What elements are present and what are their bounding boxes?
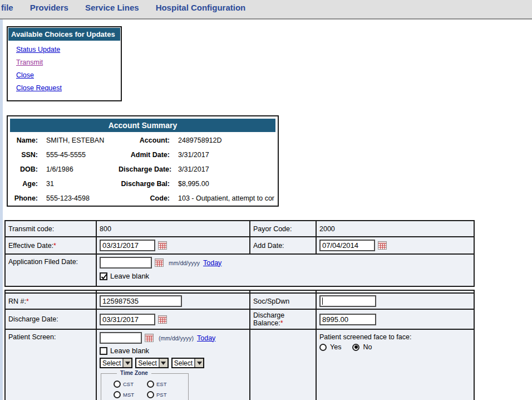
summary-label-age: Age: — [13, 180, 38, 188]
face-to-face-label: Patient screened face to face: — [319, 333, 471, 341]
face-to-face-yes-label: Yes — [330, 343, 341, 351]
dropdown-arrow-icon — [194, 359, 203, 367]
time-zone-option-cst[interactable]: CST — [114, 381, 147, 388]
summary-label-phone: Phone: — [13, 194, 38, 202]
soc-spdwn-label: Soc/SpDwn — [250, 293, 316, 309]
application-date-format-hint: mm/dd/yyyy — [169, 260, 200, 266]
discharge-date-calendar-icon[interactable] — [158, 315, 167, 324]
add-date-calendar-icon[interactable] — [378, 241, 387, 250]
empty-cell — [250, 329, 316, 400]
payor-code-value: 2000 — [316, 221, 474, 237]
face-to-face-no-label: No — [363, 343, 372, 351]
summary-label-name: Name: — [13, 136, 38, 144]
patient-screen-select-1[interactable]: Select — [100, 358, 132, 368]
time-zone-legend: Time Zone — [117, 370, 151, 376]
summary-value-ssn: 555-45-5555 — [46, 151, 110, 159]
nav-item-hospital-configuration[interactable]: Hospital Configuration — [156, 3, 246, 12]
mst-radio[interactable] — [114, 391, 121, 398]
face-to-face-yes-radio[interactable] — [319, 344, 327, 351]
nav-item-file[interactable]: file — [1, 3, 13, 12]
link-status-update[interactable]: Status Update — [16, 46, 60, 54]
effective-date-label: Effective Date:* — [5, 237, 96, 254]
patient-screen-leave-blank-checkbox[interactable] — [100, 347, 107, 355]
patient-screen-today-link[interactable]: Today — [197, 334, 215, 342]
account-summary-title: Account Summary — [10, 119, 275, 132]
link-close-request[interactable]: Close Request — [16, 84, 62, 92]
soc-spdwn-input[interactable] — [319, 295, 376, 307]
text-cursor — [322, 297, 323, 305]
nav-item-service-lines[interactable]: Service Lines — [85, 3, 139, 12]
summary-value-code: 103 - Outpatient, attempt to contact — [178, 194, 274, 202]
summary-label-account: Account: — [119, 136, 170, 144]
account-summary-grid: Name: SMITH, ESTEBAN Account: 2489758912… — [10, 132, 275, 202]
transmit-code-value: 800 — [96, 221, 250, 237]
application-leave-blank-checkbox[interactable] — [100, 272, 107, 280]
summary-value-age: 31 — [46, 180, 110, 188]
top-menu-bar: file Providers Service Lines Hospital Co… — [0, 0, 532, 19]
dropdown-arrow-icon — [122, 359, 131, 367]
link-close[interactable]: Close — [16, 71, 34, 80]
summary-label-dob: DOB: — [13, 165, 38, 173]
rn-number-input[interactable] — [100, 295, 182, 307]
time-zone-option-mst[interactable]: MST — [114, 391, 147, 398]
available-choices-panel: Available Choices for Updates Status Upd… — [7, 26, 122, 101]
link-transmit[interactable]: Transmit — [16, 58, 43, 67]
payor-code-label: Payor Code: — [250, 221, 316, 237]
summary-value-discharge-date: 3/31/2017 — [178, 165, 274, 173]
summary-value-dob: 1/6/1986 — [46, 165, 110, 173]
application-filed-date-calendar-icon[interactable] — [155, 258, 164, 267]
summary-value-admit-date: 3/31/2017 — [178, 151, 274, 159]
time-zone-option-est[interactable]: EST — [147, 381, 180, 388]
account-summary-panel: Account Summary Name: SMITH, ESTEBAN Acc… — [7, 115, 279, 207]
patient-screen-date-input[interactable] — [100, 332, 142, 344]
application-leave-blank-label: Leave blank — [110, 272, 149, 280]
summary-value-account: 2489758912D — [178, 136, 274, 144]
page-left-edge — [0, 19, 3, 400]
patient-screen-calendar-icon[interactable] — [145, 334, 154, 342]
add-date-label: Add Date: — [250, 237, 316, 254]
patient-screen-format-hint: (mm/dd/yyyy) — [159, 335, 194, 342]
est-radio[interactable] — [147, 381, 154, 388]
patient-screen-select-2[interactable]: Select — [135, 358, 168, 368]
summary-value-phone: 555-123-4598 — [46, 194, 110, 202]
transmit-form-table: Transmit code: 800 Payor Code: 2000 Effe… — [4, 220, 475, 287]
patient-screen-leave-blank-label: Leave blank — [110, 347, 149, 355]
summary-value-discharge-bal: $8,995.00 — [178, 180, 274, 188]
discharge-date-label: Discharge Date: — [5, 309, 96, 329]
patient-screen-select-3[interactable]: Select — [171, 358, 204, 368]
time-zone-option-pst[interactable]: PST — [147, 391, 180, 398]
rn-number-label: RN #:* — [5, 293, 96, 309]
add-date-input[interactable] — [319, 240, 375, 251]
summary-label-admit-date: Admit Date: — [119, 151, 170, 159]
summary-label-discharge-date: Discharge Date: — [119, 165, 170, 173]
summary-label-discharge-bal: Discharge Bal: — [119, 180, 170, 188]
patient-screen-label: Patient Screen: — [5, 329, 96, 400]
available-choices-title: Available Choices for Updates — [8, 28, 120, 41]
cst-radio[interactable] — [114, 381, 121, 388]
account-detail-form-table: RN #:* Soc/SpDwn Discharge Date: Dischar… — [4, 290, 475, 400]
discharge-balance-input[interactable] — [319, 314, 376, 325]
application-filed-date-label: Application Filed Date: — [5, 254, 96, 286]
dropdown-arrow-icon — [159, 359, 168, 367]
face-to-face-no-radio[interactable] — [352, 344, 359, 351]
discharge-date-input[interactable] — [100, 314, 155, 325]
nav-item-providers[interactable]: Providers — [30, 3, 68, 12]
summary-label-ssn: SSN: — [13, 151, 38, 159]
discharge-balance-label: Discharge Balance:* — [250, 309, 316, 329]
application-today-link[interactable]: Today — [203, 259, 221, 267]
time-zone-fieldset: Time Zone CST EST MST — [101, 373, 189, 400]
summary-label-code: Code: — [119, 194, 170, 202]
effective-date-calendar-icon[interactable] — [158, 241, 167, 250]
effective-date-input[interactable] — [100, 240, 155, 251]
pst-radio[interactable] — [147, 391, 154, 398]
application-filed-date-input[interactable] — [100, 257, 152, 269]
summary-value-name: SMITH, ESTEBAN — [46, 136, 110, 144]
transmit-code-label: Transmit code: — [5, 221, 96, 237]
available-choices-links: Status Update Transmit Close Close Reque… — [8, 41, 120, 100]
